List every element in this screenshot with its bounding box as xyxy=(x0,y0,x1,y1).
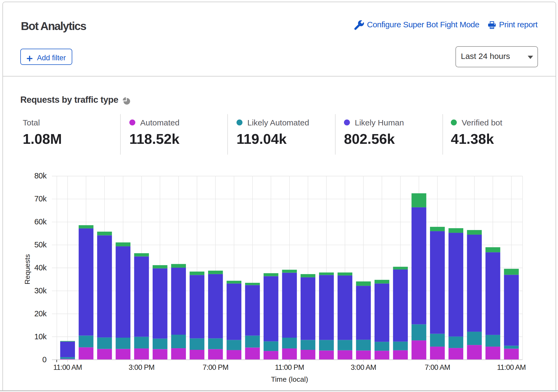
svg-text:50k: 50k xyxy=(34,240,47,249)
svg-text:11:00 AM: 11:00 AM xyxy=(497,363,526,371)
svg-text:70k: 70k xyxy=(34,194,47,203)
svg-text:11:00 AM: 11:00 AM xyxy=(53,363,82,371)
svg-text:3:00 PM: 3:00 PM xyxy=(129,363,154,371)
svg-text:80k: 80k xyxy=(34,171,47,180)
svg-text:40k: 40k xyxy=(34,263,47,272)
svg-text:7:00 PM: 7:00 PM xyxy=(203,363,228,371)
svg-text:3:00 AM: 3:00 AM xyxy=(351,363,376,371)
svg-text:11:00 PM: 11:00 PM xyxy=(275,363,304,371)
svg-text:60k: 60k xyxy=(34,217,47,226)
svg-text:20k: 20k xyxy=(34,309,47,318)
svg-text:30k: 30k xyxy=(34,286,47,295)
svg-text:Time (local): Time (local) xyxy=(271,375,308,383)
svg-text:0: 0 xyxy=(42,355,47,364)
svg-text:Requests: Requests xyxy=(23,254,31,284)
svg-text:10k: 10k xyxy=(34,332,47,341)
svg-text:7:00 AM: 7:00 AM xyxy=(425,363,450,371)
